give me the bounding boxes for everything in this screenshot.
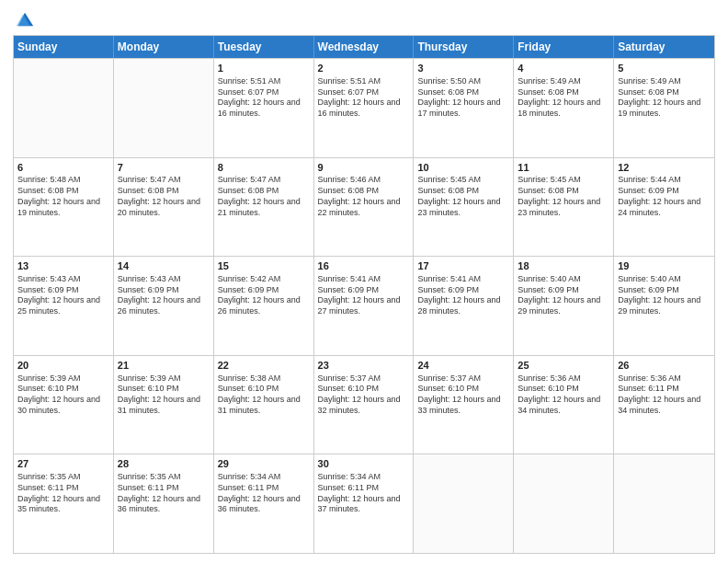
cal-header-cell: Friday — [514, 36, 614, 58]
header — [13, 9, 715, 29]
logo-icon — [15, 9, 35, 29]
cell-info: Sunrise: 5:37 AM Sunset: 6:10 PM Dayligh… — [417, 373, 509, 417]
cell-info: Sunrise: 5:34 AM Sunset: 6:11 PM Dayligh… — [318, 472, 410, 515]
cal-cell: 29Sunrise: 5:34 AM Sunset: 6:11 PM Dayli… — [214, 454, 314, 553]
cell-info: Sunrise: 5:45 AM Sunset: 6:08 PM Dayligh… — [417, 175, 509, 218]
cell-info: Sunrise: 5:47 AM Sunset: 6:08 PM Dayligh… — [118, 175, 210, 218]
day-number: 23 — [318, 359, 410, 373]
cal-cell — [14, 59, 114, 157]
day-number: 26 — [618, 359, 711, 373]
cell-info: Sunrise: 5:49 AM Sunset: 6:08 PM Dayligh… — [518, 76, 609, 120]
cell-info: Sunrise: 5:38 AM Sunset: 6:10 PM Dayligh… — [218, 373, 310, 417]
day-number: 12 — [618, 161, 711, 175]
calendar-header: SundayMondayTuesdayWednesdayThursdayFrid… — [14, 36, 714, 58]
day-number: 14 — [118, 259, 210, 273]
cal-cell: 3Sunrise: 5:50 AM Sunset: 6:08 PM Daylig… — [414, 59, 514, 157]
cal-cell: 22Sunrise: 5:38 AM Sunset: 6:10 PM Dayli… — [214, 356, 314, 454]
day-number: 19 — [618, 259, 711, 273]
cal-cell: 1Sunrise: 5:51 AM Sunset: 6:07 PM Daylig… — [214, 59, 314, 157]
day-number: 21 — [118, 359, 210, 373]
cal-cell: 24Sunrise: 5:37 AM Sunset: 6:10 PM Dayli… — [414, 356, 514, 454]
cell-info: Sunrise: 5:51 AM Sunset: 6:07 PM Dayligh… — [218, 76, 310, 120]
day-number: 6 — [17, 161, 109, 175]
page: SundayMondayTuesdayWednesdayThursdayFrid… — [0, 0, 728, 563]
cal-cell: 21Sunrise: 5:39 AM Sunset: 6:10 PM Dayli… — [114, 356, 214, 454]
day-number: 5 — [618, 62, 711, 75]
cal-row: 13Sunrise: 5:43 AM Sunset: 6:09 PM Dayli… — [14, 256, 714, 355]
cal-cell: 18Sunrise: 5:40 AM Sunset: 6:09 PM Dayli… — [514, 257, 614, 355]
cal-cell: 15Sunrise: 5:42 AM Sunset: 6:09 PM Dayli… — [214, 257, 314, 355]
cell-info: Sunrise: 5:34 AM Sunset: 6:11 PM Dayligh… — [218, 472, 310, 515]
cal-cell: 17Sunrise: 5:41 AM Sunset: 6:09 PM Dayli… — [414, 257, 514, 355]
day-number: 24 — [417, 359, 509, 373]
cal-cell — [114, 59, 214, 157]
cell-info: Sunrise: 5:50 AM Sunset: 6:08 PM Dayligh… — [417, 76, 509, 120]
cell-info: Sunrise: 5:42 AM Sunset: 6:09 PM Dayligh… — [218, 274, 310, 317]
cell-info: Sunrise: 5:49 AM Sunset: 6:08 PM Dayligh… — [618, 76, 711, 120]
cal-cell: 16Sunrise: 5:41 AM Sunset: 6:09 PM Dayli… — [314, 257, 415, 355]
cal-cell: 5Sunrise: 5:49 AM Sunset: 6:08 PM Daylig… — [614, 59, 714, 157]
cell-info: Sunrise: 5:35 AM Sunset: 6:11 PM Dayligh… — [17, 472, 109, 515]
logo — [13, 9, 35, 29]
cal-cell: 27Sunrise: 5:35 AM Sunset: 6:11 PM Dayli… — [14, 454, 114, 553]
cal-cell: 13Sunrise: 5:43 AM Sunset: 6:09 PM Dayli… — [14, 257, 114, 355]
day-number: 1 — [218, 62, 310, 75]
cell-info: Sunrise: 5:40 AM Sunset: 6:09 PM Dayligh… — [518, 274, 609, 317]
cal-cell: 12Sunrise: 5:44 AM Sunset: 6:09 PM Dayli… — [614, 158, 714, 257]
cal-cell: 30Sunrise: 5:34 AM Sunset: 6:11 PM Dayli… — [314, 454, 415, 553]
cal-row: 1Sunrise: 5:51 AM Sunset: 6:07 PM Daylig… — [14, 58, 714, 157]
cal-cell: 14Sunrise: 5:43 AM Sunset: 6:09 PM Dayli… — [114, 257, 214, 355]
cell-info: Sunrise: 5:37 AM Sunset: 6:10 PM Dayligh… — [318, 373, 410, 417]
cal-cell: 4Sunrise: 5:49 AM Sunset: 6:08 PM Daylig… — [514, 59, 614, 157]
cal-row: 27Sunrise: 5:35 AM Sunset: 6:11 PM Dayli… — [14, 454, 714, 553]
day-number: 29 — [218, 457, 310, 471]
cal-cell: 2Sunrise: 5:51 AM Sunset: 6:07 PM Daylig… — [314, 59, 415, 157]
day-number: 13 — [17, 259, 109, 273]
day-number: 4 — [518, 62, 609, 75]
day-number: 15 — [218, 259, 310, 273]
cal-row: 20Sunrise: 5:39 AM Sunset: 6:10 PM Dayli… — [14, 355, 714, 454]
day-number: 18 — [518, 259, 609, 273]
cal-cell: 26Sunrise: 5:36 AM Sunset: 6:11 PM Dayli… — [614, 356, 714, 454]
cell-info: Sunrise: 5:39 AM Sunset: 6:10 PM Dayligh… — [17, 373, 109, 417]
cell-info: Sunrise: 5:46 AM Sunset: 6:08 PM Dayligh… — [318, 175, 410, 218]
day-number: 2 — [318, 62, 410, 75]
cell-info: Sunrise: 5:43 AM Sunset: 6:09 PM Dayligh… — [118, 274, 210, 317]
day-number: 27 — [17, 457, 109, 471]
cell-info: Sunrise: 5:35 AM Sunset: 6:11 PM Dayligh… — [118, 472, 210, 515]
cal-cell: 10Sunrise: 5:45 AM Sunset: 6:08 PM Dayli… — [414, 158, 514, 257]
day-number: 8 — [218, 161, 310, 175]
cal-cell: 20Sunrise: 5:39 AM Sunset: 6:10 PM Dayli… — [14, 356, 114, 454]
cal-header-cell: Thursday — [414, 36, 514, 58]
day-number: 22 — [218, 359, 310, 373]
cell-info: Sunrise: 5:41 AM Sunset: 6:09 PM Dayligh… — [417, 274, 509, 317]
cal-header-cell: Tuesday — [214, 36, 314, 58]
cal-cell: 7Sunrise: 5:47 AM Sunset: 6:08 PM Daylig… — [114, 158, 214, 257]
day-number: 3 — [417, 62, 509, 75]
cal-header-cell: Monday — [114, 36, 214, 58]
cell-info: Sunrise: 5:43 AM Sunset: 6:09 PM Dayligh… — [17, 274, 109, 317]
day-number: 28 — [118, 457, 210, 471]
cal-cell: 25Sunrise: 5:36 AM Sunset: 6:10 PM Dayli… — [514, 356, 614, 454]
cal-cell — [614, 454, 714, 553]
cell-info: Sunrise: 5:41 AM Sunset: 6:09 PM Dayligh… — [318, 274, 410, 317]
cal-cell: 9Sunrise: 5:46 AM Sunset: 6:08 PM Daylig… — [314, 158, 415, 257]
cal-header-cell: Sunday — [14, 36, 114, 58]
cell-info: Sunrise: 5:44 AM Sunset: 6:09 PM Dayligh… — [618, 175, 711, 218]
cell-info: Sunrise: 5:36 AM Sunset: 6:11 PM Dayligh… — [618, 373, 711, 417]
cell-info: Sunrise: 5:51 AM Sunset: 6:07 PM Dayligh… — [318, 76, 410, 120]
day-number: 16 — [318, 259, 410, 273]
cal-row: 6Sunrise: 5:48 AM Sunset: 6:08 PM Daylig… — [14, 157, 714, 257]
cal-cell — [514, 454, 614, 553]
cal-cell — [414, 454, 514, 553]
cell-info: Sunrise: 5:36 AM Sunset: 6:10 PM Dayligh… — [518, 373, 609, 417]
cal-cell: 11Sunrise: 5:45 AM Sunset: 6:08 PM Dayli… — [514, 158, 614, 257]
cal-cell: 6Sunrise: 5:48 AM Sunset: 6:08 PM Daylig… — [14, 158, 114, 257]
cell-info: Sunrise: 5:39 AM Sunset: 6:10 PM Dayligh… — [118, 373, 210, 417]
day-number: 20 — [17, 359, 109, 373]
cell-info: Sunrise: 5:48 AM Sunset: 6:08 PM Dayligh… — [17, 175, 109, 218]
day-number: 11 — [518, 161, 609, 175]
calendar: SundayMondayTuesdayWednesdayThursdayFrid… — [13, 35, 715, 554]
cal-cell: 28Sunrise: 5:35 AM Sunset: 6:11 PM Dayli… — [114, 454, 214, 553]
cell-info: Sunrise: 5:47 AM Sunset: 6:08 PM Dayligh… — [218, 175, 310, 218]
